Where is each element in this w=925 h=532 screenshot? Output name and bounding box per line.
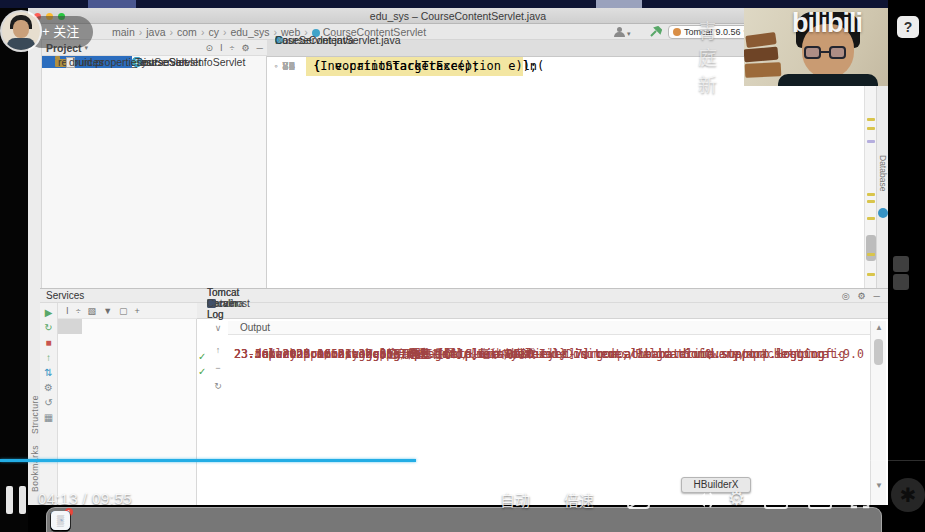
scroll-up-icon[interactable]: ▲ [871,323,887,332]
tool-button-structure[interactable]: Structure [30,395,40,434]
collapse-all-icon[interactable]: ÷ [76,306,81,316]
book [744,47,779,63]
services-filter-toolbar: Ⅰ÷▧▼▢+ [58,303,197,319]
hide-panel-icon[interactable]: ─ [874,289,880,303]
stop-icon[interactable]: ■ [45,337,51,348]
output-header: Output [228,321,870,335]
services-panel-header: Services ◎⚙─ [40,289,888,303]
services-tree-item-upload[interactable]: ✓upload [Republish] [58,319,93,334]
help-button[interactable]: ? [897,16,919,38]
console-line[interactable]: .JakartaCommonsLoggingImpl.info {dataSou… [234,345,615,364]
dock-item-trash[interactable]: ▒ [51,511,70,530]
scrollbar-thumb[interactable] [874,339,883,365]
glasses-lens [804,46,821,59]
deploy-icon[interactable]: ↑ [46,352,51,363]
expand-all-icon[interactable]: Ⅰ [220,43,223,53]
build-hammer-icon[interactable] [650,26,662,38]
stripe-mark[interactable] [867,273,875,276]
float-mode-icon[interactable]: ◎ [842,289,850,303]
settings-gear-icon[interactable]: ⚙ [242,43,250,53]
add-service-icon[interactable]: + [135,306,140,316]
connect-icon[interactable]: ⇅ [44,367,52,378]
collapse-chevron-icon[interactable]: ∨ [210,323,226,333]
frame-icon[interactable]: ▢ [119,306,128,316]
stripe-mark[interactable] [867,140,875,143]
refresh-icon[interactable]: ↺ [44,397,52,408]
scroll-up-icon[interactable]: ↑ [210,345,226,355]
tab-label: Tomcat Catalina Log [207,287,244,320]
glasses-bridge [821,51,829,53]
tree-item-label: druid.properties [69,56,142,68]
scrollbar-thumb[interactable] [866,235,876,261]
services-tool-window: Services ◎⚙─ ▶↻■↑⇅⚙↺▦ Ⅰ÷▧▼▢+ ▾Tomcat Ser… [40,288,888,505]
check-icon: ✓ [198,351,206,362]
services-panel-title[interactable]: Services [46,290,84,301]
filter-icon[interactable]: ▼ [103,306,112,316]
plugin-tool-icon[interactable] [878,208,888,218]
breadcrumb-item-cy[interactable]: cy [208,26,219,38]
macos-dock: ◯›_∷⚙1A◉◯▤☁T◆◗FV◡▅a✎×Q23W▣▦✎◉✎×NH▆▢≡◔▒ [46,507,882,532]
breadcrumb-item-edu_sys[interactable]: edu_sys [230,26,269,38]
code-text: e.printStackTrace(); [267,57,335,76]
mini-widget-icon[interactable] [893,256,909,272]
uploader-avatar[interactable] [2,12,40,50]
stripe-mark[interactable] [867,127,875,130]
services-tab-bar: ServerTomcat Localhost LogTomcat Catalin… [197,303,888,319]
progress-bar-played[interactable] [0,459,416,462]
pause-bar-icon [6,486,13,514]
scroll-down-icon[interactable]: ▼ [871,481,887,490]
breadcrumb-separator: › [223,26,227,38]
services-header-toolbar: ◎⚙─ [842,289,880,303]
project-tool-window: Project ▾ ⊙Ⅰ÷⚙─ ▾edu_sys ~/Desktop/edu_s… [42,40,267,288]
services-tree: ▾Tomcat Server▾▶Running▾Tomcat 9.0.56 [l… [58,319,197,505]
rerun-icon[interactable]: ↻ [44,322,52,333]
group-icon[interactable]: ▧ [88,306,97,316]
start-icon[interactable]: ▶ [45,307,53,318]
wrench-icon[interactable]: ⚙ [44,382,53,393]
settings-gear-icon[interactable]: ⚙ [858,289,866,303]
breadcrumb-item-main[interactable]: main [112,26,135,38]
speed-button[interactable]: 倍速 [564,489,594,510]
tool-button-database[interactable]: Database [878,155,888,191]
stripe-mark[interactable] [867,217,875,220]
tomcat-icon [673,28,681,36]
time-display: 04:13 / 09:55 [38,490,132,507]
bilibili-fullscreen-player: edu_sys – CourseContentServlet.java main… [0,0,925,532]
fan-icon: ✱ [891,478,925,512]
mini-widget-icon[interactable] [893,274,909,290]
project-tree-item-druid.properties[interactable]: druid.properties [42,56,66,68]
breadcrumb-item-com[interactable]: com [177,26,197,38]
expand-all-icon[interactable]: Ⅰ [66,306,69,316]
tool-button-bookmarks[interactable]: Bookmarks [30,445,40,492]
editor-code-area[interactable]: 74◦ // 4.步骤75 result = courseContentServ… [267,57,864,288]
book [745,62,782,78]
collapse-all-icon[interactable]: ÷ [230,43,235,53]
hide-panel-icon[interactable]: ─ [257,43,263,53]
console-output[interactable]: -tomcat-9.0.56/webapps/manager]23-Jul-20… [228,335,870,505]
stripe-mark[interactable] [867,193,875,196]
stripe-mark[interactable] [867,200,875,203]
glasses-lens [829,46,846,59]
minus-icon[interactable]: − [210,363,226,373]
pause-bar-icon [19,486,26,514]
breadcrumb-separator: › [170,26,174,38]
quality-button[interactable]: 自动 [500,489,530,510]
project-tree: ▾edu_sys ~/Desktop/edu_sys▾src▾main▾java… [42,56,267,288]
close-icon[interactable]: × [277,35,283,46]
left-letterbox [0,8,28,532]
breadcrumb-separator: › [201,26,205,38]
refresh-icon[interactable]: ↻ [210,381,226,391]
stripe-mark[interactable] [867,253,875,256]
settings-gear-icon[interactable]: ⚙ [728,487,745,510]
layout-icon[interactable]: ▦ [44,412,53,423]
breadcrumb-item-java[interactable]: java [146,26,165,38]
services-run-toolbar: ▶↻■↑⇅⚙↺▦ [40,303,58,505]
stripe-mark[interactable] [867,118,875,121]
streamer-shoulders [778,74,878,86]
locate-icon[interactable]: ⊙ [205,43,213,53]
pause-button[interactable] [6,486,28,514]
console-scrollbar[interactable]: ▲ ▼ [870,321,886,505]
right-letterbox: ? ✱ [888,0,925,532]
menubar-segment [88,0,136,8]
user-menu-icon[interactable]: ▾ [613,27,635,38]
